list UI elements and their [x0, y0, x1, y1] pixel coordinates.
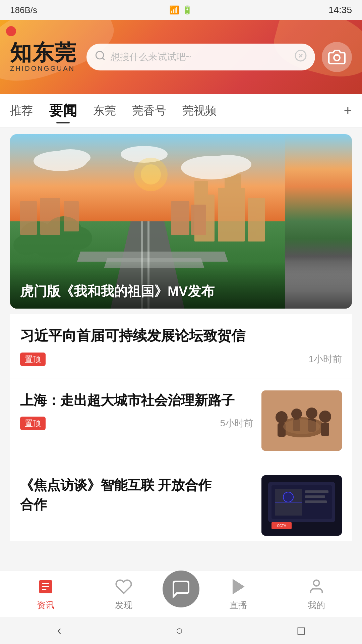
- camera-button[interactable]: [322, 42, 352, 72]
- news-meta-2: 置顶 5小时前: [20, 417, 253, 430]
- tab-dongguan[interactable]: 东莞: [93, 100, 116, 122]
- logo-area: 知东莞 ZHIDONGGUAN: [10, 42, 76, 72]
- svg-point-39: [291, 409, 302, 419]
- nav-item-live[interactable]: 直播: [199, 577, 278, 611]
- svg-point-43: [319, 411, 331, 423]
- search-clear-icon[interactable]: [294, 49, 307, 65]
- news-title-2: 上海：走出超大城市社会治理新路子: [20, 390, 253, 410]
- svg-rect-52: [305, 490, 328, 493]
- svg-point-31: [204, 155, 251, 174]
- tab-navigation: 推荐 要闻 东莞 莞香号 莞视频 +: [0, 94, 362, 127]
- svg-line-1: [103, 58, 105, 60]
- status-time: 14:35: [266, 5, 352, 15]
- search-placeholder-text: 想搜什么来试试吧~: [111, 51, 291, 63]
- svg-text:CCTV: CCTV: [277, 524, 286, 528]
- svg-point-51: [283, 492, 293, 502]
- svg-rect-17: [225, 174, 241, 198]
- main-content: 虎门版《我和我的祖国》MV发布 习近平向首届可持续发展论坛致贺信 置顶 1小时前…: [0, 127, 362, 541]
- news-time-2: 5小时前: [220, 417, 253, 430]
- nav-center-button[interactable]: [163, 571, 199, 607]
- svg-rect-53: [305, 495, 325, 498]
- news-meta-1: 置顶 1小时前: [20, 353, 342, 366]
- header-banner: 知东莞 ZHIDONGGUAN 想搜什么来试试吧~: [0, 20, 362, 94]
- svg-rect-44: [321, 423, 329, 436]
- svg-rect-27: [64, 201, 79, 231]
- news-title-3: 《焦点访谈》智能互联 开放合作合作: [20, 475, 253, 536]
- thumb-image-2: [261, 390, 342, 451]
- svg-point-62: [313, 580, 319, 586]
- live-icon: [228, 577, 248, 597]
- news-thumb-2: [261, 390, 342, 451]
- logo-badge: [6, 26, 16, 36]
- android-recent[interactable]: □: [298, 624, 305, 638]
- nav-item-mine[interactable]: 我的: [278, 577, 356, 611]
- bottom-navigation: 资讯 发现 直播 我的: [0, 570, 362, 617]
- tab-maoxianghao[interactable]: 莞香号: [132, 100, 166, 122]
- hero-caption-text: 虎门版《我和我的祖国》MV发布: [20, 282, 342, 301]
- svg-rect-15: [248, 198, 265, 241]
- logo-sub: ZHIDONGGUAN: [10, 65, 75, 72]
- svg-point-37: [276, 411, 288, 423]
- news-item-3[interactable]: 《焦点访谈》智能互联 开放合作合作: [10, 463, 352, 541]
- hero-caption: 虎门版《我和我的祖国》MV发布: [10, 262, 352, 309]
- tab-add-icon[interactable]: +: [344, 103, 352, 119]
- svg-rect-26: [40, 198, 60, 235]
- news-item-1[interactable]: 习近平向首届可持续发展论坛致贺信 置顶 1小时前: [10, 314, 352, 378]
- news-icon: [36, 577, 56, 597]
- mine-icon: [306, 577, 326, 597]
- nav-item-discover[interactable]: 发现: [85, 577, 163, 611]
- svg-marker-61: [233, 580, 243, 593]
- thumb-image-3: CCTV: [261, 475, 342, 536]
- nav-label-mine: 我的: [308, 599, 325, 611]
- news-thumb-3: CCTV: [261, 475, 342, 536]
- svg-point-0: [96, 51, 104, 59]
- nav-label-discover: 发现: [115, 599, 132, 611]
- nav-label-live: 直播: [230, 599, 247, 611]
- logo-text[interactable]: 知东莞: [10, 42, 76, 63]
- svg-rect-16: [194, 181, 208, 201]
- news-text-2: 上海：走出超大城市社会治理新路子 置顶 5小时前: [20, 390, 253, 451]
- nav-item-news[interactable]: 资讯: [7, 577, 85, 611]
- android-back[interactable]: ‹: [57, 624, 61, 638]
- search-icon: [95, 50, 106, 64]
- svg-rect-54: [305, 500, 327, 503]
- svg-point-45: [283, 419, 320, 434]
- hero-card[interactable]: 虎门版《我和我的祖国》MV发布: [10, 134, 352, 309]
- tab-maovideo[interactable]: 莞视频: [182, 100, 217, 122]
- tab-tuijian[interactable]: 推荐: [10, 100, 33, 122]
- android-nav-bar: ‹ ○ □: [0, 617, 362, 644]
- svg-point-5: [334, 55, 340, 61]
- news-item-2[interactable]: 上海：走出超大城市社会治理新路子 置顶 5小时前: [10, 378, 352, 463]
- status-icons: 📶 🔋: [96, 5, 266, 15]
- tag-top-1: 置顶: [20, 353, 46, 366]
- news-title-1: 习近平向首届可持续发展论坛致贺信: [20, 326, 342, 346]
- status-bar: 186B/s 📶 🔋 14:35: [0, 0, 362, 20]
- svg-rect-19: [191, 205, 206, 235]
- discover-icon: [114, 577, 134, 597]
- svg-rect-25: [20, 201, 37, 235]
- svg-rect-18: [171, 201, 189, 235]
- svg-point-34: [141, 164, 161, 184]
- tag-top-2: 置顶: [20, 417, 46, 430]
- tab-yawen[interactable]: 要闻: [49, 98, 77, 123]
- svg-point-29: [50, 149, 90, 166]
- svg-point-24: [34, 238, 74, 258]
- android-home[interactable]: ○: [176, 624, 183, 638]
- status-speed: 186B/s: [10, 5, 96, 15]
- search-bar[interactable]: 想搜什么来试试吧~: [86, 44, 315, 70]
- svg-point-41: [306, 408, 317, 419]
- nav-label-news: 资讯: [37, 599, 54, 611]
- news-list: 习近平向首届可持续发展论坛致贺信 置顶 1小时前 上海：走出超大城市社会治理新路…: [10, 314, 352, 541]
- news-time-1: 1小时前: [308, 353, 342, 366]
